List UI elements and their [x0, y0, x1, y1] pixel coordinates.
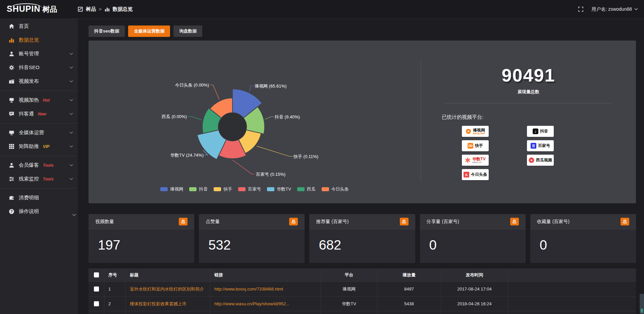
- sidebar-item-4[interactable]: 视频发布: [0, 74, 78, 88]
- sidebar-item-11[interactable]: 消费明细: [0, 191, 78, 205]
- wallet-icon: [9, 195, 14, 201]
- table-cell: [104, 311, 125, 314]
- pie-label: 西瓜 (0.00%): [162, 114, 187, 119]
- boosj-logo-icon: [466, 128, 471, 134]
- sidebar-item-5[interactable]: 视频加热Hot: [0, 93, 78, 107]
- chevron-down-icon[interactable]: [72, 214, 76, 216]
- total-badge[interactable]: 总: [400, 218, 409, 225]
- legend-item-0[interactable]: 播视网: [160, 186, 183, 192]
- app-logo[interactable]: SHUPIN 树品: [0, 4, 78, 14]
- table-cell: 2: [104, 297, 125, 311]
- legend-swatch: [189, 187, 197, 191]
- pie-label: 华数TV (24.74%): [170, 153, 204, 158]
- sidebar-item-label: 抖音SEO: [19, 64, 40, 71]
- chevron-down-icon: [634, 8, 638, 10]
- pie-label: 今日头条 (0.00%): [175, 83, 209, 88]
- platform-badge-baijiahao[interactable]: 百百家号: [527, 140, 554, 151]
- sidebar-item-2[interactable]: 账号管理: [0, 47, 78, 61]
- tab-2[interactable]: 询盘数据: [173, 25, 202, 37]
- stat-card-label: 分享量 (百家号): [427, 219, 459, 225]
- platform-badge-text: 百家号: [538, 144, 550, 148]
- user-icon: [9, 51, 14, 57]
- row-checkbox[interactable]: [94, 286, 99, 292]
- sidebar-item-1[interactable]: 数据总览: [0, 33, 78, 47]
- legend-item-3[interactable]: 百家号: [238, 186, 261, 192]
- stat-card-value: 197: [89, 229, 194, 253]
- tab-0[interactable]: 抖音seo数据: [89, 25, 125, 37]
- total-badge[interactable]: 总: [621, 218, 629, 225]
- legend-label: 快手: [223, 186, 232, 192]
- table-cell: [508, 282, 636, 296]
- stat-card-header: 推荐量 (百家号)总: [309, 214, 415, 229]
- table-header-cell: 序号: [104, 268, 125, 281]
- pie-label-line: [188, 116, 202, 120]
- question-icon: ?: [9, 209, 14, 214]
- platform-badge-wasu[interactable]: 华数TVwasu.cn: [462, 155, 489, 166]
- video-title-link[interactable]: 楼体投影灯投影效果震撼上市: [125, 297, 210, 311]
- sidebar-item-6[interactable]: 抖客通New: [0, 107, 78, 121]
- legend-label: 西瓜: [307, 186, 316, 192]
- logo-text-cn: 树品: [42, 4, 57, 14]
- select-all-checkbox[interactable]: [94, 272, 99, 277]
- chevron-down-icon: [69, 80, 73, 83]
- platform-name: 今日头条: [471, 172, 487, 177]
- legend-label: 今日头条: [331, 186, 349, 192]
- table-cell: [89, 311, 104, 314]
- chevron-down-icon: [69, 53, 73, 55]
- top-header: SHUPIN 树品 树品 > 数据总览 用户名: zswodun88: [0, 0, 644, 19]
- sidebar-item-3[interactable]: 抖音SEO: [0, 61, 78, 74]
- platform-badge-xigua[interactable]: 西瓜视频: [527, 155, 554, 166]
- legend-item-5[interactable]: 西瓜: [297, 186, 316, 192]
- sidebar-item-9[interactable]: 会员爆客Tools: [0, 158, 78, 172]
- chat-icon: [9, 111, 14, 117]
- fullscreen-icon[interactable]: [578, 7, 583, 12]
- row-checkbox[interactable]: [94, 301, 99, 306]
- username-menu[interactable]: 用户名: zswodun88: [591, 6, 638, 12]
- main-content: 抖音seo数据全媒体运营数据询盘数据 播视网 (65.61%)抖音 (9.40%…: [78, 19, 644, 314]
- sidebar-item-12[interactable]: ?操作说明: [0, 205, 78, 218]
- table-cell: 8497: [377, 282, 441, 296]
- platform-badge-kuaishou[interactable]: 快手: [462, 140, 489, 151]
- legend-item-4[interactable]: 华数TV: [267, 186, 291, 192]
- pie-label-line: [250, 86, 254, 92]
- legend-item-1[interactable]: 抖音: [189, 186, 208, 192]
- sidebar-item-0[interactable]: 首页: [0, 19, 78, 33]
- sidebar-item-8[interactable]: 矩阵助推VIP: [0, 140, 78, 153]
- table-header-cell: [89, 268, 104, 281]
- floating-sidebar-widget[interactable]: [640, 294, 644, 314]
- sidebar-item-10[interactable]: 线索监控Tools: [0, 172, 78, 186]
- table-cell: 华数TV: [321, 297, 377, 311]
- stat-cards-row: 视频数量总197点赞量总532推荐量 (百家号)总682分享量 (百家号)总0收…: [89, 214, 636, 263]
- toutiao-logo-icon: 头: [464, 172, 469, 177]
- pie-center-hole: [218, 113, 247, 141]
- video-title-link[interactable]: 室外水纹灯和室内水纹灯的区别和简介: [125, 282, 210, 296]
- platform-badge-toutiao[interactable]: 头今日头条: [462, 169, 489, 180]
- stat-card-value: 0: [530, 229, 636, 253]
- breadcrumb-item-home[interactable]: 树品: [86, 6, 96, 12]
- svg-text:头: 头: [465, 173, 468, 176]
- total-badge[interactable]: 总: [179, 218, 187, 225]
- tab-1[interactable]: 全媒体运营数据: [128, 25, 170, 37]
- pie-label-line: [257, 146, 292, 156]
- platform-badge-boosj[interactable]: 播视网boosj.com: [462, 126, 489, 137]
- table-cell: [508, 311, 636, 314]
- video-link[interactable]: http://www.wasu.cn/Play/show/id/952...: [210, 297, 321, 311]
- sidebar-divider: [0, 188, 78, 189]
- legend-item-2[interactable]: 快手: [214, 186, 232, 192]
- video-link[interactable]: http://www.boosj.com/7338468.html: [210, 282, 321, 296]
- page-body: 首页数据总览账号管理抖音SEO视频发布视频加热Hot抖客通New全媒体运营矩阵助…: [0, 19, 644, 314]
- platform-badge-douyin[interactable]: ♪抖音: [527, 126, 554, 137]
- bars-icon: [9, 37, 14, 43]
- table-cell: 5438: [377, 297, 441, 311]
- total-badge[interactable]: 总: [289, 218, 298, 225]
- platform-name: 百家号: [538, 144, 550, 148]
- legend-item-6[interactable]: 今日头条: [322, 186, 349, 192]
- table-row-0: 1室外水纹灯和室内水纹灯的区别和简介http://www.boosj.com/7…: [89, 282, 636, 297]
- gear-icon: [9, 65, 14, 70]
- table-header-row: 序号标题链接平台播放量发布时间: [89, 268, 636, 282]
- sidebar-item-7[interactable]: 全媒体运营: [0, 126, 78, 140]
- total-badge[interactable]: 总: [510, 218, 519, 225]
- sidebar-item-badge: Tools: [43, 177, 54, 181]
- chevron-down-icon: [69, 164, 73, 166]
- platform-subtext: wasu.cn: [472, 161, 482, 163]
